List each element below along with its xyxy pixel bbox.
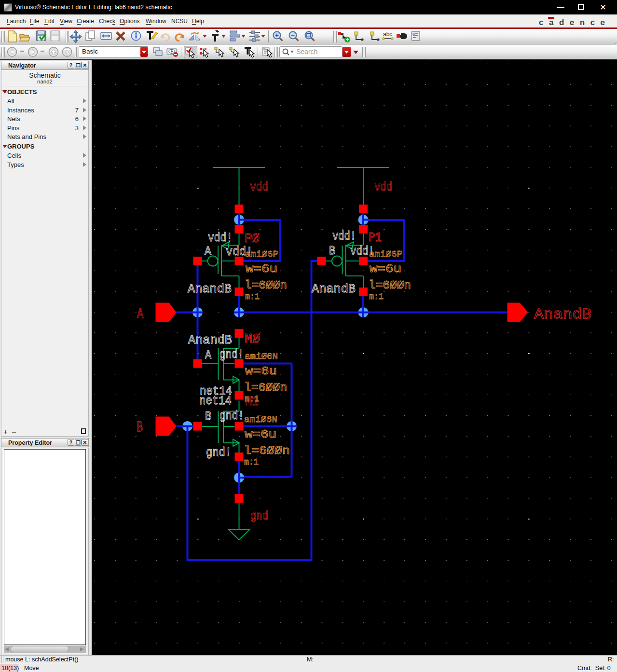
svg-text:amiØ6P: amiØ6P bbox=[369, 249, 402, 260]
svg-text:m:1: m:1 bbox=[369, 291, 384, 302]
svg-text:vdd!: vdd! bbox=[208, 231, 233, 245]
svg-text:abc: abc bbox=[383, 31, 392, 38]
svg-text:gnd!: gnd! bbox=[219, 347, 244, 362]
svg-text:gnd: gnd bbox=[250, 509, 268, 523]
svg-text:AnandB: AnandB bbox=[188, 282, 232, 296]
svg-text:MØ: MØ bbox=[245, 332, 260, 346]
svg-text:B: B bbox=[205, 409, 211, 424]
svg-text:w=6u: w=6u bbox=[246, 262, 277, 275]
svg-text:AnandB: AnandB bbox=[534, 306, 591, 323]
svg-text:l=6ØØn: l=6ØØn bbox=[244, 381, 287, 394]
svg-text:w=6u: w=6u bbox=[245, 365, 277, 378]
svg-text:vdd: vdd bbox=[374, 180, 392, 194]
svg-text:amiØ6N: amiØ6N bbox=[244, 414, 277, 425]
svg-text:gnd!: gnd! bbox=[206, 445, 232, 460]
svg-text:net14: net14 bbox=[199, 394, 232, 408]
svg-text:AnandB: AnandB bbox=[312, 282, 356, 296]
svg-text:m:1: m:1 bbox=[245, 394, 259, 404]
svg-text:P1: P1 bbox=[369, 231, 382, 245]
svg-text:gnd!: gnd! bbox=[219, 409, 244, 423]
svg-text:A: A bbox=[137, 306, 143, 322]
svg-text:w=6u: w=6u bbox=[370, 262, 401, 275]
svg-text:vdd!: vdd! bbox=[332, 229, 356, 244]
svg-text:w=6u: w=6u bbox=[245, 428, 276, 441]
svg-text:m:1: m:1 bbox=[244, 457, 259, 467]
svg-text:A: A bbox=[205, 348, 211, 362]
svg-text:A: A bbox=[205, 244, 211, 259]
svg-text:B: B bbox=[137, 419, 143, 436]
svg-text:B: B bbox=[329, 244, 335, 258]
svg-text:l=6ØØn: l=6ØØn bbox=[245, 279, 287, 292]
svg-text:AnandB: AnandB bbox=[188, 333, 232, 347]
svg-text:vdd: vdd bbox=[250, 180, 268, 194]
svg-text:m:1: m:1 bbox=[245, 291, 260, 302]
svg-text:amiØ6P: amiØ6P bbox=[245, 249, 278, 260]
svg-text:PØ: PØ bbox=[245, 232, 260, 246]
svg-text:l=6ØØn: l=6ØØn bbox=[244, 444, 290, 457]
svg-text:l=6ØØn: l=6ØØn bbox=[369, 279, 411, 292]
svg-text:amiØ6N: amiØ6N bbox=[245, 351, 278, 362]
